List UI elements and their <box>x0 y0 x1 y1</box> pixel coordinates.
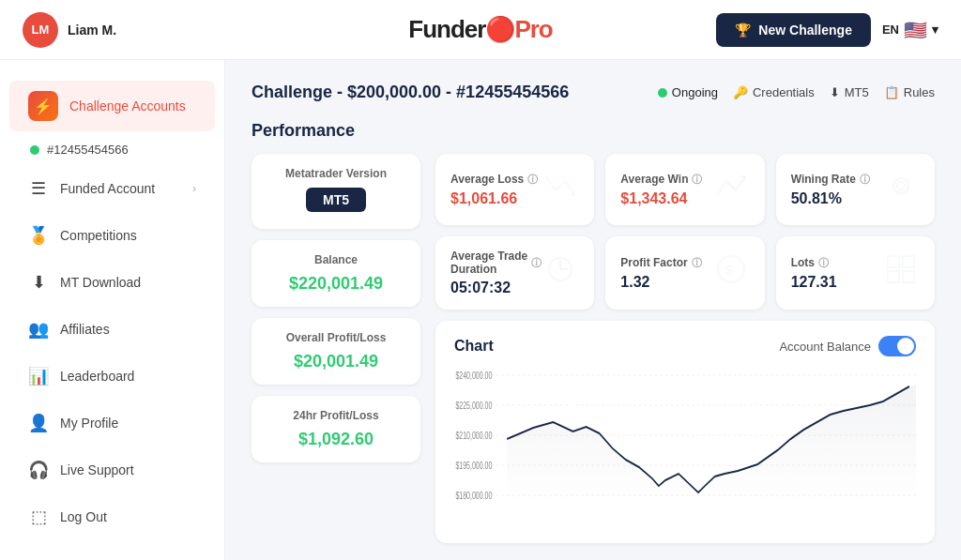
avatar: LM <box>23 12 58 48</box>
support-icon: 🎧 <box>28 460 49 480</box>
daily-pl-label: 24hr Profit/Loss <box>293 409 378 422</box>
metric-label-2: Wining Rate ⓘ <box>791 173 870 187</box>
info-icon-4[interactable]: ⓘ <box>692 256 702 270</box>
sidebar-item-leaderboard[interactable]: 📊 Leaderboard <box>9 356 215 397</box>
info-icon-0[interactable]: ⓘ <box>527 173 538 187</box>
metric-value-5: 127.31 <box>791 274 837 291</box>
account-id-row: #12455454566 <box>0 135 224 164</box>
metric-card: Profit Factor ⓘ 1.32 $ <box>605 236 764 310</box>
mt5-button[interactable]: ⬇ MT5 <box>830 85 869 99</box>
info-icon-1[interactable]: ⓘ <box>692 173 702 187</box>
svg-text:$225,000.00: $225,000.00 <box>455 401 492 412</box>
challenge-accounts-icon: ⚡ <box>28 91 58 121</box>
performance-chart: $240,000.00 $225,000.00 $210,000.00 $195… <box>454 366 916 525</box>
svg-text:$180,000.00: $180,000.00 <box>455 491 492 502</box>
performance-title: Performance <box>252 121 935 141</box>
metric-value-2: 50.81% <box>791 190 870 207</box>
metric-label-3: Average Trade Duration ⓘ <box>450 250 542 276</box>
account-id-label: #12455454566 <box>47 143 129 157</box>
download-icon: ⬇ <box>28 272 49 293</box>
svg-point-0 <box>893 178 908 193</box>
overall-pl-value: $20,001.49 <box>294 352 378 371</box>
svg-rect-7 <box>888 256 899 267</box>
funded-account-icon: ☰ <box>28 178 49 199</box>
balance-value: $220,001.49 <box>289 274 383 294</box>
daily-pl-value: $1,092.60 <box>298 430 374 449</box>
metric-value-0: $1,061.66 <box>450 190 538 207</box>
affiliates-icon: 👥 <box>28 319 49 340</box>
leaderboard-icon: 📊 <box>28 366 49 386</box>
language-selector[interactable]: EN 🇺🇸 ▾ <box>882 19 938 41</box>
sidebar-item-my-profile[interactable]: 👤 My Profile <box>9 402 215 444</box>
key-icon: 🔑 <box>733 85 748 99</box>
metric-card: Wining Rate ⓘ 50.81% <box>776 154 935 225</box>
sidebar-item-my-profile-label: My Profile <box>60 416 118 431</box>
chart-title: Chart <box>454 338 494 355</box>
sidebar: ⚡ Challenge Accounts #12455454566 ☰ Fund… <box>0 60 225 560</box>
metric-info-4: Profit Factor ⓘ 1.32 <box>620 256 701 291</box>
sidebar-item-funded-account[interactable]: ☰ Funded Account › <box>9 168 215 209</box>
sidebar-item-log-out[interactable]: ⬚ Log Out <box>9 496 215 537</box>
rules-label: Rules <box>904 85 935 99</box>
svg-rect-8 <box>903 256 914 267</box>
info-icon-2[interactable]: ⓘ <box>860 173 870 187</box>
account-balance-toggle-label: Account Balance <box>779 340 871 354</box>
sidebar-item-affiliates-label: Affiliates <box>60 322 110 337</box>
sidebar-item-live-support[interactable]: 🎧 Live Support <box>9 449 215 491</box>
layout: ⚡ Challenge Accounts #12455454566 ☰ Fund… <box>0 60 961 560</box>
download-mt5-icon: ⬇ <box>830 85 840 99</box>
profile-icon: 👤 <box>28 413 49 433</box>
status-label: Ongoing <box>672 85 718 99</box>
competitions-icon: 🏅 <box>28 225 49 246</box>
account-balance-toggle[interactable] <box>878 336 916 356</box>
sidebar-item-challenge-accounts[interactable]: ⚡ Challenge Accounts <box>9 81 215 131</box>
sidebar-item-download[interactable]: ⬇ MT Download <box>9 262 215 303</box>
sidebar-item-log-out-label: Log Out <box>60 509 107 524</box>
info-icon-5[interactable]: ⓘ <box>818 256 829 270</box>
metric-card: Average Win ⓘ $1,343.64 <box>605 154 764 225</box>
metric-info-3: Average Trade Duration ⓘ 05:07:32 <box>450 250 542 296</box>
mt5-label: MT5 <box>845 85 869 99</box>
challenge-title: Challenge - $200,000.00 - #12455454566 <box>252 83 569 102</box>
rules-icon: 📋 <box>884 85 899 99</box>
credentials-button[interactable]: 🔑 Credentials <box>733 85 815 99</box>
rules-button[interactable]: 📋 Rules <box>884 85 935 99</box>
svg-text:$240,000.00: $240,000.00 <box>455 371 492 382</box>
metric-label-0: Average Loss ⓘ <box>450 173 538 187</box>
metric-icon-1 <box>712 167 750 212</box>
header-right: 🏆 New Challenge EN 🇺🇸 ▾ <box>716 13 938 47</box>
metric-info-1: Average Win ⓘ $1,343.64 <box>620 173 702 207</box>
sidebar-item-download-label: MT Download <box>60 275 141 290</box>
online-dot <box>30 145 39 155</box>
header: LM Liam M. Funder🔴Pro 🏆 New Challenge EN… <box>0 0 961 60</box>
flag-icon: 🇺🇸 <box>904 19 927 41</box>
metric-label-1: Average Win ⓘ <box>620 173 702 187</box>
chart-section: Chart Account Balance <box>435 321 935 543</box>
mt5-badge: MT5 <box>306 188 366 212</box>
sidebar-item-competitions-label: Competitions <box>60 228 137 243</box>
metric-icon-3 <box>542 250 579 295</box>
balance-card: Balance $220,001.49 <box>252 240 420 307</box>
trophy-icon: 🏆 <box>735 23 751 38</box>
chart-header: Chart Account Balance <box>454 336 916 356</box>
metric-info-0: Average Loss ⓘ $1,061.66 <box>450 173 538 207</box>
new-challenge-button[interactable]: 🏆 New Challenge <box>716 13 871 47</box>
sidebar-item-affiliates[interactable]: 👥 Affiliates <box>9 309 215 350</box>
overall-pl-label: Overall Profit/Loss <box>286 331 387 344</box>
new-challenge-label: New Challenge <box>758 23 852 38</box>
metatrader-card: Metatrader Version MT5 <box>252 154 420 229</box>
info-icon-3[interactable]: ⓘ <box>531 256 542 270</box>
svg-rect-10 <box>903 271 914 282</box>
daily-pl-card: 24hr Profit/Loss $1,092.60 <box>252 396 420 462</box>
metric-card: Lots ⓘ 127.31 <box>776 236 935 310</box>
sidebar-item-challenge-accounts-label: Challenge Accounts <box>69 98 186 114</box>
svg-point-1 <box>897 182 905 189</box>
sidebar-item-competitions[interactable]: 🏅 Competitions <box>9 215 215 256</box>
svg-text:$210,000.00: $210,000.00 <box>455 431 492 442</box>
main-content: Challenge - $200,000.00 - #12455454566 O… <box>225 60 961 560</box>
performance-area: Metatrader Version MT5 Balance $220,001.… <box>252 154 935 543</box>
metric-card: Average Trade Duration ⓘ 05:07:32 <box>435 236 594 310</box>
sidebar-item-live-support-label: Live Support <box>60 462 134 477</box>
metric-value-4: 1.32 <box>620 274 701 291</box>
logout-icon: ⬚ <box>28 507 49 527</box>
